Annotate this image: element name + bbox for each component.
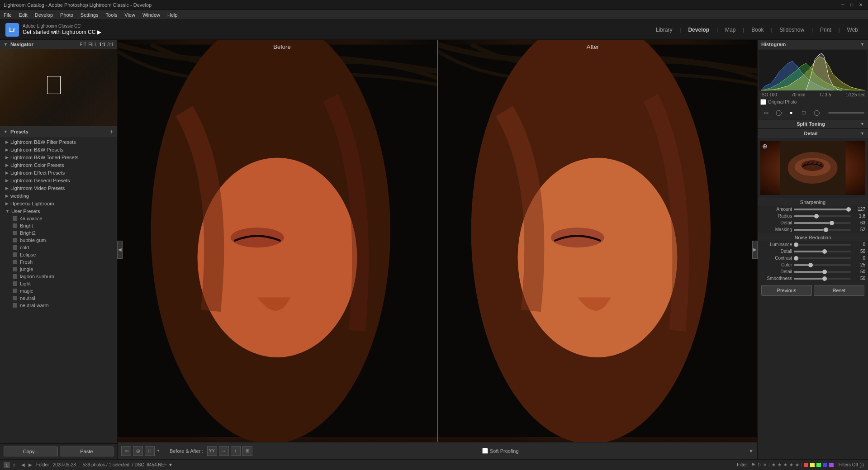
histogram-header[interactable]: Histogram ▼	[758, 40, 868, 49]
paste-button[interactable]: Paste	[60, 446, 114, 456]
before-after-btn3[interactable]: ↕	[231, 446, 241, 456]
nav-slideshow[interactable]: Slideshow	[775, 25, 809, 35]
next-arrow[interactable]: ▶	[27, 462, 33, 468]
tool3-button[interactable]: □	[145, 446, 155, 456]
flag-icon2[interactable]: ⚐	[757, 462, 761, 467]
smoothness-slider[interactable]	[794, 278, 851, 280]
view-slider[interactable]	[828, 112, 864, 114]
filename-display[interactable]: / DSC_6454.NEF ▼	[132, 462, 173, 467]
preset-fresh[interactable]: Fresh	[0, 258, 117, 266]
preset-group-user-header[interactable]: ▼ User Presets	[0, 208, 117, 215]
menu-tools[interactable]: Tools	[106, 12, 118, 18]
masking-slider[interactable]	[794, 229, 851, 231]
minimize-button[interactable]: ─	[839, 1, 846, 9]
presets-header[interactable]: ▼ Presets +	[0, 126, 117, 137]
filmstrip-expand-icon[interactable]: ⟩⟩	[860, 462, 864, 468]
preset-magic[interactable]: magic	[0, 287, 117, 294]
nav-develop[interactable]: Develop	[683, 25, 714, 35]
preset-group-general-header[interactable]: ▶ Lightroom General Presets	[0, 177, 117, 184]
detail-slider[interactable]	[794, 222, 851, 224]
original-photo-label[interactable]: Original Photo	[768, 100, 797, 104]
preset-group-bw-toned-header[interactable]: ▶ Lightroom B&W Toned Presets	[0, 154, 117, 161]
amount-slider[interactable]	[794, 209, 851, 210]
view-icon-circle1[interactable]: ◯	[774, 108, 783, 117]
page-2-indicator[interactable]: 2	[11, 462, 17, 468]
filters-off-label[interactable]: Filters Off	[839, 462, 858, 467]
soft-proofing-label[interactable]: Soft Proofing	[490, 448, 519, 454]
detail-header[interactable]: Detail ▼	[758, 129, 868, 138]
preset-bubble-gum[interactable]: bubble gum	[0, 237, 117, 244]
color-yellow[interactable]	[810, 463, 815, 467]
color-blue[interactable]	[823, 463, 827, 467]
radius-thumb[interactable]	[814, 214, 819, 218]
preset-group-effect-header[interactable]: ▶ Lightroom Effect Presets	[0, 169, 117, 176]
star4[interactable]: ★	[789, 462, 793, 467]
split-toning-header[interactable]: Split Toning ▼	[758, 119, 868, 128]
contrast-slider[interactable]	[794, 257, 851, 259]
contrast-thumb[interactable]	[794, 256, 798, 261]
menu-settings[interactable]: Settings	[81, 12, 99, 18]
lum-detail-slider[interactable]	[794, 251, 851, 252]
add-preset-button[interactable]: +	[110, 128, 114, 135]
menu-edit[interactable]: Edit	[19, 12, 28, 18]
preset-group-bw-filter-header[interactable]: ▶ Lightroom B&W Filter Presets	[0, 138, 117, 146]
preset-light[interactable]: Light	[0, 280, 117, 287]
view-icon-circle3[interactable]: ◯	[812, 108, 821, 117]
flag-icon3[interactable]: ✕	[763, 462, 767, 467]
preset-jungle[interactable]: jungle	[0, 266, 117, 273]
nav-web[interactable]: Web	[843, 25, 863, 35]
menu-photo[interactable]: Photo	[60, 12, 73, 18]
view-icon-circle2[interactable]: ●	[787, 108, 796, 117]
original-photo-checkbox[interactable]	[760, 99, 766, 105]
copy-button[interactable]: Copy...	[4, 446, 58, 456]
menu-help[interactable]: Help	[167, 12, 178, 18]
flag-icon[interactable]: ⚑	[751, 462, 755, 467]
view-icon-crop[interactable]: ▭	[761, 108, 770, 117]
star5[interactable]: ★	[795, 462, 799, 467]
preset-group-bw-header[interactable]: ▶ Lightroom B&W Presets	[0, 146, 117, 153]
page-1-indicator[interactable]: 1	[4, 462, 10, 468]
color-slider[interactable]	[794, 264, 851, 266]
collapse-right-tab[interactable]: ▶	[752, 241, 758, 259]
detail-thumb[interactable]	[830, 221, 834, 225]
menu-develop[interactable]: Develop	[35, 12, 53, 18]
nav-library[interactable]: Library	[651, 25, 677, 35]
prev-arrow[interactable]: ◀	[20, 462, 26, 468]
star2[interactable]: ★	[778, 462, 782, 467]
preset-neutral-warm[interactable]: neutral warm	[0, 302, 117, 309]
before-after-btn4[interactable]: ⊞	[242, 446, 252, 456]
soft-proofing-checkbox[interactable]	[482, 448, 488, 454]
navigator-header[interactable]: ▼ Navigator FIT FILL 1:1 3:1	[0, 40, 117, 49]
color-green[interactable]	[816, 463, 821, 467]
preset-group-lightroom-ru-header[interactable]: ▶ Пресеты Lightroom	[0, 200, 117, 207]
luminance-thumb[interactable]	[794, 242, 798, 247]
star3[interactable]: ★	[783, 462, 787, 467]
preset-neutral[interactable]: neutral	[0, 294, 117, 302]
preset-cold[interactable]: cold	[0, 244, 117, 251]
preset-lagoon-sunburn[interactable]: lagoon sunburn	[0, 273, 117, 280]
masking-thumb[interactable]	[824, 228, 828, 232]
amount-thumb[interactable]	[846, 207, 851, 212]
zoom-fit[interactable]: FIT	[80, 42, 86, 47]
zoom-fill[interactable]: FILL	[88, 42, 97, 47]
spot-tool-button[interactable]: ◎	[133, 446, 143, 456]
color-purple[interactable]	[829, 463, 834, 467]
preset-eclipse[interactable]: Eclipse	[0, 251, 117, 258]
close-button[interactable]: ✕	[857, 1, 864, 9]
preset-bright[interactable]: Bright	[0, 222, 117, 229]
collapse-left-tab[interactable]: ◀	[117, 241, 123, 259]
color-detail-slider[interactable]	[794, 271, 851, 273]
before-after-btn1[interactable]: YY	[207, 446, 217, 456]
toolbar-dropdown-right[interactable]: ▼	[749, 448, 754, 454]
nav-map[interactable]: Map	[721, 25, 740, 35]
zoom-1-1[interactable]: 1:1	[99, 42, 105, 47]
menu-file[interactable]: File	[4, 12, 12, 18]
color-thumb[interactable]	[808, 263, 813, 267]
maximize-button[interactable]: □	[848, 1, 855, 9]
preset-group-video-header[interactable]: ▶ Lightroom Video Presets	[0, 185, 117, 192]
preset-bright2[interactable]: Bright2	[0, 229, 117, 237]
preset-group-color-header[interactable]: ▶ Lightroom Color Presets	[0, 161, 117, 169]
zoom-3-1[interactable]: 3:1	[107, 42, 114, 47]
preset-4v-klass[interactable]: 4в класcе	[0, 215, 117, 222]
previous-button[interactable]: Previous	[761, 285, 812, 296]
